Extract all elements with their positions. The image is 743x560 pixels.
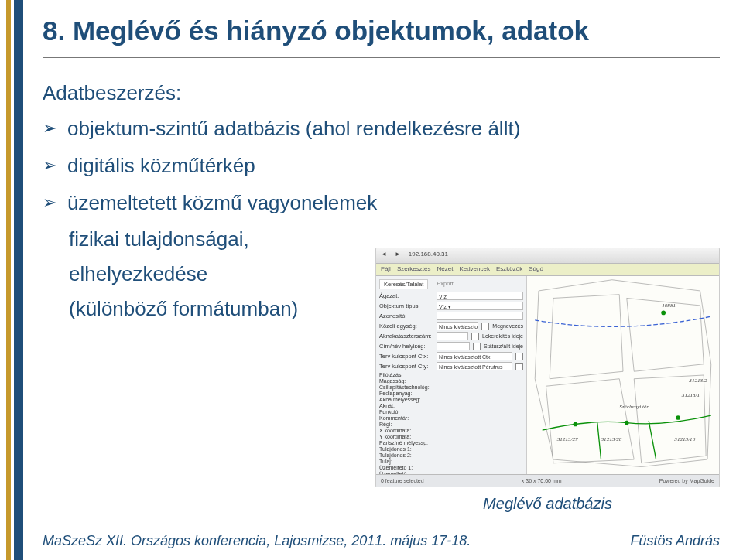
footer-right: Füstös András [631,533,720,549]
menu-item[interactable]: Nézet [437,265,453,274]
tab-search[interactable]: Keresés/Találat [379,279,428,289]
attribute-label: Fedlapanyag: [379,391,433,396]
attribute-label: Aknát: [379,403,433,408]
attribute-label: Csillapítástechnológ: [379,384,433,390]
map-label-parcel: 31213/27 [556,436,578,442]
svg-point-0 [574,422,578,427]
field-label: Aknakataszterszám: [379,333,433,340]
attribute-label: Üzemeltető 1: [379,465,433,470]
bullet-list: ➢ objektum-szintű adatbázis (ahol rendel… [43,116,720,215]
check-label: Státusz/állt ideje [484,343,523,349]
field-label: Ágazat: [379,292,433,299]
attribute-label: Tulaj: [379,459,433,464]
attribute-label: Akna mélyesség: [379,397,433,402]
checkbox[interactable] [515,363,523,370]
menu-item[interactable]: Súgó [529,265,543,274]
form-row: Cím/név helyiség: Státusz/állt ideje [379,342,523,350]
check-label: Lekerekítés ideje [482,333,523,339]
bullet-marker: ➢ [43,116,58,141]
bullet-text: digitális közműtérkép [67,153,255,178]
attribute-label: Kommentár: [379,415,433,421]
accent-band-blue [14,0,23,560]
field-input[interactable]: Nincs kiválasztott Ctx [437,352,512,360]
bullet-marker: ➢ [43,153,58,178]
field-input[interactable]: Nincs kiválasztott Közeli egység [437,322,478,330]
form-row: Terv kulcspont Cty: Nincs kiválasztott P… [379,362,523,370]
attribute-label: X koordináta: [379,428,433,433]
status-selection: 0 feature selected [381,478,424,483]
form-row: Objektum típus: Víz ▾ [379,302,523,310]
menu-item[interactable]: Kedvencek [459,265,490,274]
status-bar: 0 feature selected x 36 x 70,00 mm Power… [376,474,719,487]
attribute-label: Magasság: [379,378,433,384]
form-row: Aknakataszterszám: Lekerekítés ideje [379,332,523,340]
field-value[interactable]: Víz [437,292,523,300]
bullet-marker: ➢ [43,190,58,215]
status-powered: Powered by MapGuide [659,478,714,483]
map-label-point: 10881 [662,302,676,309]
field-label: Cím/név helyiség: [379,343,433,350]
app-main: Keresés/Találat Export Ágazat: Víz Objek… [376,276,719,474]
checkbox[interactable] [515,353,523,360]
gis-screenshot: Réteg Kapcsoló Térkép-mód: Normál ◄ ► 19… [375,248,720,487]
field-label: Terv kulcspont Cty: [379,363,433,370]
map-label-parcel: 31213/10 [673,436,695,442]
attribute-label: Funkció: [379,409,433,415]
menu-item[interactable]: Szerkesztés [397,265,431,274]
footer-left: MaSzeSz XII. Országos konferencia, Lajos… [43,533,471,549]
menu-item[interactable]: Eszközök [496,265,522,274]
screenshot-caption: Meglévő adatbázis [375,495,720,513]
svg-point-1 [625,421,629,425]
bullet-item: ➢ objektum-szintű adatbázis (ahol rendel… [43,116,720,141]
bullet-item: ➢ digitális közműtérkép [43,153,720,178]
checkbox[interactable] [471,333,479,340]
attribute-label: Üzemeltető: [379,471,433,474]
browser-address-bar: ◄ ► 192.168.40.31 [376,248,719,264]
attribute-label: Tulajdonos 1: [379,446,433,452]
attribute-label: Y koordináta: [379,434,433,439]
field-value[interactable]: Víz ▾ [437,302,523,310]
checkbox[interactable] [473,343,481,350]
field-input[interactable] [437,342,470,350]
map-label-parcel: 31213/28 [601,436,622,442]
browser-menu: Fájl Szerkesztés Nézet Kedvencek Eszközö… [376,264,719,276]
form-tabs: Keresés/Találat Export [379,279,523,289]
field-input[interactable]: Nincs kiválasztott Pérutrus [437,362,512,370]
field-label: Objektum típus: [379,302,433,309]
form-row: Ágazat: Víz [379,292,523,300]
form-row: Azonosító: [379,312,523,320]
form-row: Terv kulcspont Ctx: Nincs kiválasztott C… [379,352,523,360]
nav-fwd-icon[interactable]: ► [395,251,401,261]
form-row: Közeli egység: Nincs kiválasztott Közeli… [379,322,523,330]
field-label: Terv kulcspont Ctx: [379,353,433,360]
title-rule [43,57,720,58]
slide: 8. Meglévő és hiányzó objektumok, adatok… [0,0,743,560]
map-svg: Széchenyi tér 31213/27 31213/28 31213/1 … [527,276,719,474]
map-label-parcel: 31213/2 [688,377,707,384]
svg-point-2 [676,415,680,420]
bullet-text: üzemeltetett közmű vagyonelemek [67,190,377,215]
attribute-label: Pilótázás: [379,372,433,377]
bullet-text: objektum-szintű adatbázis (ahol rendelke… [67,116,520,141]
svg-point-3 [661,311,666,316]
field-label: Azonosító: [379,312,433,319]
attribute-label: Tulajdonos 2: [379,452,433,458]
lead-line: Adatbeszerzés: [43,81,720,105]
field-label: Közeli egység: [379,323,433,330]
menu-item[interactable]: Fájl [381,265,391,274]
accent-band-gold [6,0,11,560]
slide-title: 8. Meglévő és hiányzó objektumok, adatok [43,15,720,53]
attribute-list: Pilótázás:Magasság:Csillapítástechnológ:… [379,372,523,474]
attribute-label: Régi: [379,422,433,427]
map-label-street: Széchenyi tér [619,404,649,410]
address-url[interactable]: 192.168.40.31 [409,251,448,261]
attribute-label: Partszíné mélyessg: [379,440,433,446]
form-panel: Keresés/Találat Export Ágazat: Víz Objek… [376,276,527,474]
checkbox[interactable] [481,323,489,330]
tab-export[interactable]: Export [433,279,457,289]
nav-back-icon[interactable]: ◄ [381,251,387,261]
field-input[interactable] [437,332,468,340]
check-label: Megnevezés [492,323,523,329]
map-canvas[interactable]: Széchenyi tér 31213/27 31213/28 31213/1 … [527,276,719,474]
field-input[interactable] [437,312,523,320]
